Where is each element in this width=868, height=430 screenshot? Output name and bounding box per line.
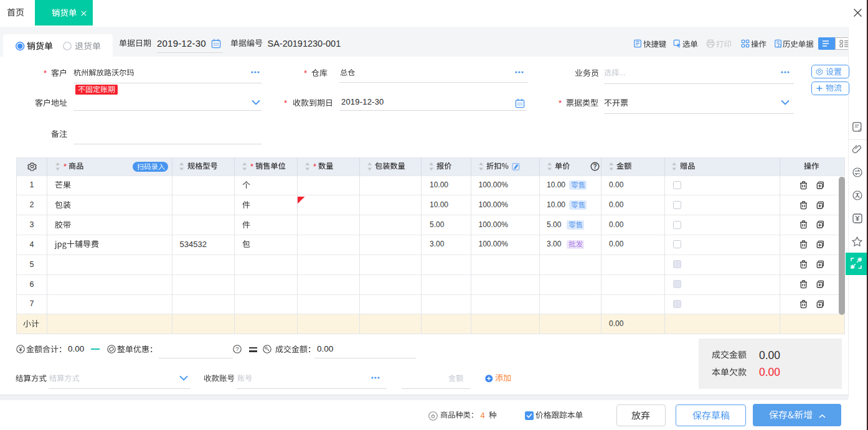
svg-text:?: ? <box>235 345 238 352</box>
svg-text:?: ? <box>593 163 597 170</box>
